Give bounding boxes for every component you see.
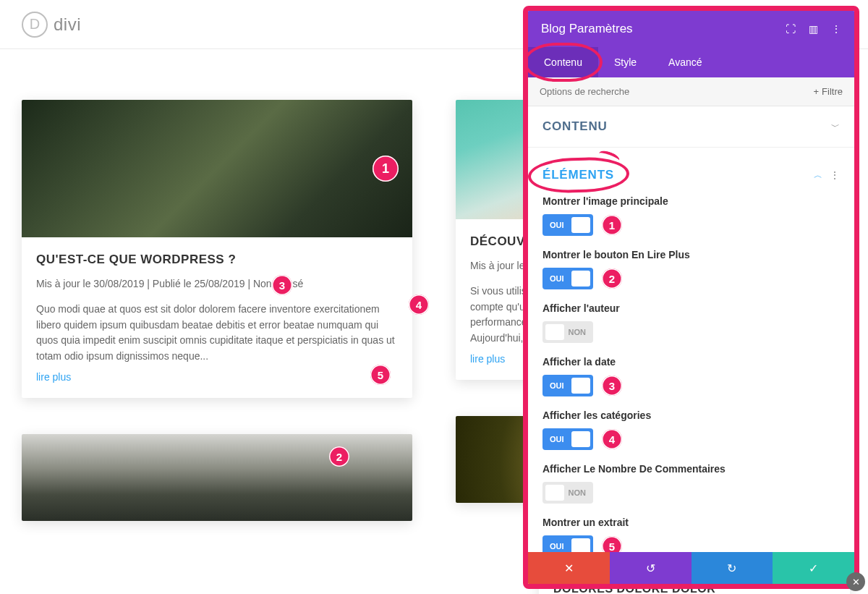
tab-avance[interactable]: Avancé	[652, 47, 718, 77]
toggle-switch[interactable]: OUI	[542, 375, 593, 396]
annotation-circle-tail	[597, 148, 621, 165]
annotation-badge: 2	[602, 268, 622, 289]
card-featured-image	[22, 434, 412, 521]
panel-tabs: Contenu Style Avancé	[528, 47, 854, 77]
section-contenu-header[interactable]: CONTENU ﹀	[528, 106, 854, 148]
toggle-text: OUI	[550, 221, 564, 229]
toggle-knob	[545, 485, 564, 501]
annotation-badge: 5	[602, 536, 622, 552]
logo-text: divi	[54, 14, 81, 35]
tab-style[interactable]: Style	[598, 47, 652, 77]
check-icon: ✓	[809, 561, 818, 575]
panel-body: CONTENU ﹀ ÉLÉMENTS ︿ ⋮ Montrer l'image p…	[528, 106, 854, 552]
read-more-link[interactable]: lire plus	[36, 371, 71, 383]
section-actions: ︿ ⋮	[814, 169, 840, 182]
undo-icon: ↺	[646, 561, 655, 575]
annotation-badge: 1	[602, 215, 622, 235]
option-label: Montrer le bouton En Lire Plus	[542, 249, 840, 260]
module-settings-panel: Blog Paramètres ⛶ ▥ ⋮ Contenu Style Avan…	[523, 6, 859, 589]
chevron-down-icon: ﹀	[831, 121, 840, 133]
more-vertical-icon[interactable]: ⋮	[831, 23, 841, 35]
option-show-excerpt: Montrer un extrait OUI 5	[542, 517, 840, 552]
toggle-text: NON	[569, 328, 586, 336]
section-elements-content: Montrer l'image principale OUI 1 Montrer…	[528, 195, 854, 552]
undo-button[interactable]: ↺	[610, 552, 692, 584]
toggle-knob	[571, 217, 590, 233]
tab-label: Contenu	[544, 56, 582, 68]
tab-label: Avancé	[668, 56, 702, 68]
layout-icon[interactable]: ▥	[809, 23, 818, 35]
filter-button[interactable]: + Filtre	[814, 86, 843, 97]
section-title: CONTENU	[542, 119, 608, 134]
save-button[interactable]: ✓	[773, 552, 854, 584]
tab-contenu[interactable]: Contenu	[528, 47, 598, 77]
toggle-switch[interactable]: OUI	[542, 268, 593, 289]
chevron-up-icon[interactable]: ︿	[814, 169, 822, 182]
option-label: Montrer un extrait	[542, 517, 840, 528]
option-show-comments-count: Afficher Le Nombre De Commentaires NON	[542, 463, 840, 504]
toggle-text: NON	[569, 488, 586, 497]
toggle-switch[interactable]: OUI	[542, 535, 593, 552]
card-featured-image	[22, 100, 412, 237]
panel-header: Blog Paramètres ⛶ ▥ ⋮	[528, 11, 854, 47]
toggle-switch[interactable]: NON	[542, 321, 593, 343]
option-label: Afficher les catégories	[542, 410, 840, 421]
option-label: Montrer l'image principale	[542, 195, 840, 207]
option-show-featured-image: Montrer l'image principale OUI 1	[542, 195, 840, 236]
toggle-switch[interactable]: OUI	[542, 214, 593, 236]
logo-mark: D	[22, 12, 48, 38]
toggle-knob	[571, 378, 590, 394]
toggle-text: OUI	[550, 381, 564, 390]
annotation-badge: 3	[602, 376, 622, 396]
option-label: Afficher l'auteur	[542, 302, 840, 314]
more-vertical-icon[interactable]: ⋮	[830, 169, 840, 181]
toggle-knob	[571, 431, 590, 447]
panel-header-actions: ⛶ ▥ ⋮	[786, 23, 841, 35]
plus-icon: +	[814, 86, 820, 97]
toggle-switch[interactable]: OUI	[542, 428, 593, 450]
read-more-link[interactable]: lire plus	[470, 353, 505, 365]
toggle-switch[interactable]: NON	[542, 482, 593, 504]
blog-column-1: QU'EST-CE QUE WORDPRESS ? Mis à jour le …	[22, 100, 412, 521]
blog-card[interactable]: QU'EST-CE QUE WORDPRESS ? Mis à jour le …	[22, 100, 412, 398]
cancel-button[interactable]: ✕	[528, 552, 610, 584]
section-title: ÉLÉMENTS	[542, 168, 614, 182]
blog-card[interactable]	[22, 434, 412, 521]
expand-icon[interactable]: ⛶	[786, 23, 796, 35]
toggle-knob	[571, 271, 590, 287]
toggle-knob	[571, 538, 590, 552]
toggle-text: OUI	[550, 274, 564, 283]
card-meta: Mis à jour le 30/08/2019 | Publié le 25/…	[36, 276, 398, 292]
option-show-read-more: Montrer le bouton En Lire Plus OUI 2	[542, 249, 840, 289]
close-icon: ✕	[564, 561, 574, 575]
option-show-date: Afficher la date OUI 3	[542, 356, 840, 396]
redo-icon: ↻	[727, 561, 736, 575]
toggle-text: OUI	[550, 542, 564, 551]
search-input[interactable]	[540, 86, 807, 97]
panel-search-bar: + Filtre	[528, 77, 854, 106]
section-elements-header[interactable]: ÉLÉMENTS ︿ ⋮	[528, 148, 854, 195]
card-excerpt: Quo modi quae at quos est sit dolor dolo…	[36, 302, 398, 365]
annotation-badge: 4	[602, 429, 622, 449]
builder-close-button[interactable]: ✕	[846, 572, 865, 591]
divi-logo[interactable]: D divi	[22, 12, 81, 38]
toggle-knob	[545, 324, 564, 340]
close-icon: ✕	[852, 577, 860, 587]
option-show-author: Afficher l'auteur NON	[542, 302, 840, 343]
panel-footer: ✕ ↺ ↻ ✓	[528, 552, 854, 584]
tab-label: Style	[614, 56, 637, 68]
filter-label: Filtre	[822, 86, 843, 97]
card-title[interactable]: QU'EST-CE QUE WORDPRESS ?	[36, 252, 398, 268]
toggle-text: OUI	[550, 435, 564, 444]
card-body: QU'EST-CE QUE WORDPRESS ? Mis à jour le …	[22, 237, 412, 398]
redo-button[interactable]: ↻	[692, 552, 773, 584]
option-show-categories: Afficher les catégories OUI 4	[542, 410, 840, 450]
option-label: Afficher la date	[542, 356, 840, 368]
panel-title: Blog Paramètres	[541, 22, 633, 36]
option-label: Afficher Le Nombre De Commentaires	[542, 463, 840, 475]
